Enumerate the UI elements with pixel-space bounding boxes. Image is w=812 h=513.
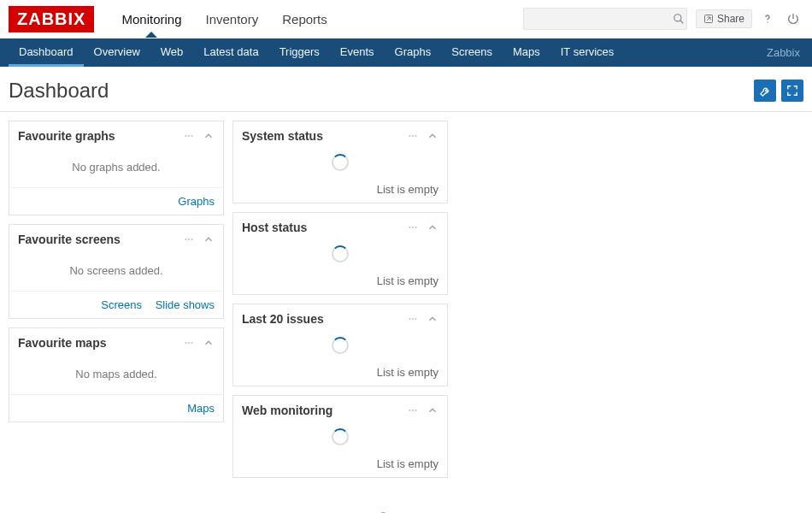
chevron-up-icon (427, 404, 438, 416)
widget-column-1: Favourite graphs No graphs added. Graphs… (9, 121, 224, 422)
wrench-icon (759, 85, 772, 97)
svg-point-9 (191, 239, 193, 240)
widget-menu-button[interactable] (406, 222, 420, 233)
sub-nav-right-label[interactable]: Zabbix (767, 46, 803, 59)
top-header: ZABBIX Monitoring Inventory Reports Shar… (0, 0, 812, 38)
widget-web-monitoring: Web monitoring List is empty (232, 395, 448, 478)
svg-point-18 (415, 227, 417, 228)
fullscreen-button[interactable] (781, 80, 803, 102)
chevron-up-icon (203, 337, 215, 349)
empty-message: No screens added. (9, 261, 223, 284)
widget-footer: Maps (9, 394, 223, 422)
help-icon[interactable] (761, 12, 778, 26)
widget-title: System status (242, 129, 399, 143)
widget-collapse-button[interactable] (203, 233, 215, 245)
svg-point-16 (409, 227, 411, 228)
widget-favourite-maps: Favourite maps No maps added. Maps (9, 327, 224, 422)
sub-nav-events[interactable]: Events (330, 38, 385, 67)
widget-title: Host status (242, 221, 399, 234)
widget-favourite-graphs: Favourite graphs No graphs added. Graphs (9, 121, 224, 215)
svg-point-10 (185, 342, 187, 344)
widget-collapse-button[interactable] (203, 337, 215, 349)
widget-menu-button[interactable] (182, 234, 196, 245)
widget-footer: Graphs (9, 187, 223, 215)
link-maps[interactable]: Maps (187, 402, 215, 415)
widget-header: Favourite screens (9, 225, 223, 254)
list-empty-msg: List is empty (233, 269, 447, 294)
search-icon[interactable] (673, 13, 685, 25)
widget-menu-button[interactable] (406, 131, 420, 141)
link-screens[interactable]: Screens (101, 298, 142, 311)
svg-point-13 (409, 135, 411, 137)
page-title: Dashboard (9, 79, 109, 103)
main-nav-inventory[interactable]: Inventory (194, 2, 271, 37)
page-footer: Zabbix 3.0.21. © 2001–2018, Zabbix SIA (0, 486, 812, 513)
sub-nav-web[interactable]: Web (150, 38, 194, 67)
svg-point-6 (191, 135, 193, 137)
widget-header: System status (233, 121, 447, 150)
svg-point-21 (415, 318, 417, 320)
sub-nav-maps[interactable]: Maps (503, 38, 550, 67)
empty-message: No graphs added. (9, 157, 223, 180)
svg-point-3 (767, 21, 768, 22)
widget-favourite-screens: Favourite screens No screens added. Scre… (9, 224, 224, 319)
svg-point-22 (409, 410, 411, 411)
spinner-icon (332, 154, 349, 171)
sub-nav-graphs[interactable]: Graphs (385, 38, 442, 67)
share-label: Share (717, 13, 744, 25)
dots-icon (406, 131, 420, 141)
configure-button[interactable] (754, 80, 776, 102)
sub-nav-dashboard[interactable]: Dashboard (9, 38, 84, 67)
chevron-up-icon (427, 221, 438, 233)
widget-menu-button[interactable] (182, 338, 196, 348)
chevron-up-icon (427, 130, 438, 142)
sub-nav-it-services[interactable]: IT services (550, 38, 625, 67)
top-right: Share (523, 8, 803, 30)
widget-menu-button[interactable] (406, 405, 420, 416)
svg-line-1 (680, 21, 684, 24)
loading-row (233, 425, 447, 452)
svg-point-7 (185, 239, 187, 240)
sub-nav-latest-data[interactable]: Latest data (193, 38, 268, 67)
svg-point-12 (191, 342, 193, 344)
svg-point-15 (415, 135, 417, 137)
widget-header: Favourite maps (9, 328, 223, 357)
share-button[interactable]: Share (696, 9, 752, 28)
svg-point-24 (415, 410, 417, 411)
main-nav-monitoring[interactable]: Monitoring (109, 2, 193, 37)
link-slideshows[interactable]: Slide shows (156, 298, 215, 311)
dots-icon (406, 222, 420, 233)
link-graphs[interactable]: Graphs (178, 195, 215, 208)
spinner-icon (332, 337, 349, 354)
spinner-icon (332, 428, 349, 445)
logo[interactable]: ZABBIX (9, 6, 94, 32)
svg-point-4 (185, 135, 187, 137)
dashboard-widgets: Favourite graphs No graphs added. Graphs… (0, 112, 812, 486)
widget-collapse-button[interactable] (427, 221, 438, 233)
sub-nav-overview[interactable]: Overview (84, 38, 150, 67)
widget-menu-button[interactable] (406, 314, 420, 324)
widget-collapse-button[interactable] (203, 130, 215, 142)
widget-collapse-button[interactable] (427, 404, 438, 416)
widget-body: No screens added. (9, 254, 223, 291)
main-nav-reports[interactable]: Reports (270, 2, 339, 37)
widget-footer: Screens Slide shows (9, 291, 223, 318)
svg-point-23 (412, 410, 414, 411)
widget-collapse-button[interactable] (427, 130, 438, 142)
widget-collapse-button[interactable] (427, 313, 438, 325)
widget-menu-button[interactable] (182, 131, 196, 141)
empty-message: No maps added. (9, 364, 223, 387)
widget-title: Favourite screens (18, 233, 175, 246)
widget-host-status: Host status List is empty (232, 212, 448, 295)
power-icon[interactable] (786, 12, 803, 26)
loading-row (233, 333, 447, 361)
page-header-actions (754, 80, 803, 102)
sub-nav-triggers[interactable]: Triggers (269, 38, 330, 67)
search-input[interactable] (529, 13, 673, 26)
chevron-up-icon (203, 233, 215, 245)
search-box[interactable] (523, 8, 687, 30)
svg-point-20 (412, 318, 414, 320)
widget-column-2: System status List is empty Host status … (232, 121, 448, 478)
fullscreen-icon (786, 85, 798, 97)
sub-nav-screens[interactable]: Screens (441, 38, 503, 67)
